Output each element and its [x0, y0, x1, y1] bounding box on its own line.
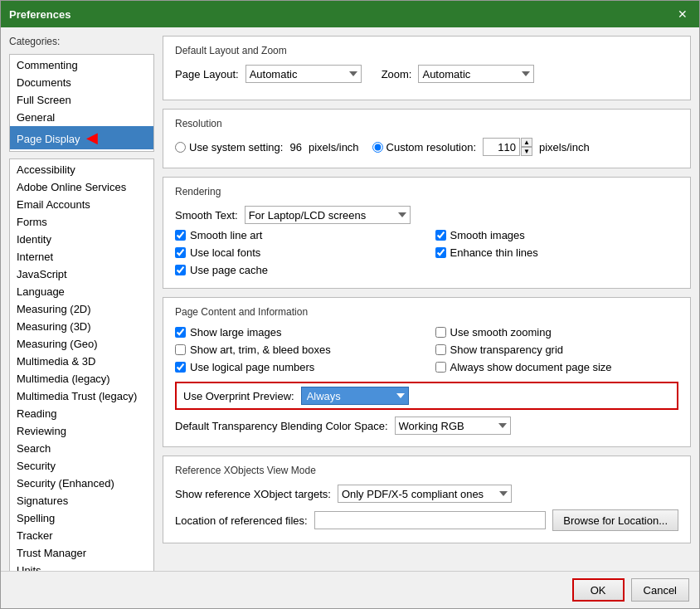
location-label: Location of referenced files: — [175, 514, 308, 527]
sidebar-item-general[interactable]: General — [10, 109, 153, 126]
sidebar-item-adobe-online[interactable]: Adobe Online Services — [10, 178, 153, 196]
close-button[interactable]: ✕ — [674, 6, 691, 22]
sidebar-item-reviewing[interactable]: Reviewing — [10, 422, 153, 440]
smooth-line-art-label: Smooth line art — [190, 229, 262, 241]
smooth-images-checkbox[interactable] — [435, 230, 446, 241]
sidebar-item-language[interactable]: Language — [10, 283, 153, 300]
show-art-trim-checkbox[interactable] — [175, 344, 186, 355]
smooth-text-label: Smooth Text: — [175, 209, 238, 222]
zoom-select[interactable]: Automatic 50% 100% — [418, 65, 534, 83]
page-layout-select[interactable]: Automatic Single Page Two-Up — [245, 65, 362, 83]
location-input[interactable] — [314, 511, 547, 529]
show-transparency-grid-item: Show transparency grid — [435, 343, 679, 356]
transparency-select[interactable]: Working RGB Working CMYK — [395, 417, 511, 435]
sidebar-item-signatures[interactable]: Signatures — [10, 492, 153, 509]
enhance-thin-lines-checkbox[interactable] — [435, 247, 446, 258]
spin-up-button[interactable]: ▲ — [521, 138, 532, 147]
sidebar-item-forms[interactable]: Forms — [10, 213, 153, 231]
sidebar-section-2: Accessibility Adobe Online Services Emai… — [9, 158, 154, 571]
page-layout-label: Page Layout: — [175, 68, 239, 80]
layout-zoom-title: Default Layout and Zoom — [175, 45, 678, 56]
use-logical-page-checkbox[interactable] — [175, 362, 186, 373]
sidebar-item-measuring-2d[interactable]: Measuring (2D) — [10, 300, 153, 318]
overprint-select[interactable]: Always Never Only for PDF/X — [301, 387, 409, 405]
show-large-images-item: Show large images — [175, 326, 419, 339]
sidebar-item-security[interactable]: Security — [10, 457, 153, 475]
sidebar-item-multimedia-trust[interactable]: Multimedia Trust (legacy) — [10, 387, 153, 405]
use-system-radio[interactable] — [175, 142, 186, 153]
show-ref-row: Show reference XObject targets: Only PDF… — [175, 485, 678, 503]
rendering-section: Rendering Smooth Text: For Laptop/LCD sc… — [163, 177, 691, 289]
custom-radio[interactable] — [372, 142, 383, 153]
sidebar-item-multimedia-legacy[interactable]: Multimedia (legacy) — [10, 370, 153, 387]
dialog-body: Categories: Commenting Documents Full Sc… — [1, 27, 699, 571]
custom-resolution-input[interactable] — [483, 138, 520, 156]
show-art-trim-label: Show art, trim, & bleed boxes — [190, 343, 331, 356]
sidebar-item-reading[interactable]: Reading — [10, 405, 153, 422]
sidebar-item-commenting[interactable]: Commenting — [10, 56, 153, 74]
smooth-text-select[interactable]: For Laptop/LCD screens None — [245, 206, 411, 224]
sidebar-item-measuring-3d[interactable]: Measuring (3D) — [10, 318, 153, 335]
preferences-dialog: Preferences ✕ Categories: Commenting Doc… — [0, 0, 700, 609]
use-logical-page-item: Use logical page numbers — [175, 361, 419, 373]
sidebar-item-security-enhanced[interactable]: Security (Enhanced) — [10, 475, 153, 492]
smooth-images-item: Smooth images — [435, 229, 679, 241]
show-large-images-checkbox[interactable] — [175, 327, 186, 338]
sidebar-item-accessibility[interactable]: Accessibility — [10, 161, 153, 178]
custom-value-wrap: ▲ ▼ — [483, 138, 532, 156]
sidebar-item-identity[interactable]: Identity — [10, 231, 153, 248]
smooth-line-art-checkbox[interactable] — [175, 230, 186, 241]
use-local-fonts-label: Use local fonts — [190, 246, 260, 259]
sidebar-item-full-screen[interactable]: Full Screen — [10, 91, 153, 109]
dialog-footer: OK Cancel — [1, 571, 699, 608]
always-show-doc-size-checkbox[interactable] — [435, 362, 446, 373]
spin-down-button[interactable]: ▼ — [521, 147, 532, 156]
pixels-inch2-label: pixels/inch — [539, 141, 590, 153]
use-system-radio-item: Use system setting: 96 pixels/inch — [175, 141, 359, 153]
cancel-button[interactable]: Cancel — [631, 578, 689, 602]
sidebar-item-tracker[interactable]: Tracker — [10, 527, 153, 544]
use-smooth-zooming-label: Use smooth zooming — [450, 326, 552, 339]
xobjects-section: Reference XObjects View Mode Show refere… — [163, 456, 691, 543]
sidebar-item-spelling[interactable]: Spelling — [10, 509, 153, 527]
sidebar-item-internet[interactable]: Internet — [10, 248, 153, 266]
show-ref-select[interactable]: Only PDF/X-5 compliant ones All None — [338, 485, 512, 503]
sidebar-item-javascript[interactable]: JavaScript — [10, 266, 153, 283]
use-page-cache-checkbox[interactable] — [175, 265, 186, 275]
show-transparency-grid-checkbox[interactable] — [435, 344, 446, 355]
sidebar-item-units[interactable]: Units — [10, 562, 153, 571]
rendering-checkboxes: Smooth line art Smooth images Use local … — [175, 229, 678, 276]
sidebar-item-email-accounts[interactable]: Email Accounts — [10, 196, 153, 213]
rendering-title: Rendering — [175, 186, 678, 197]
sidebar-item-trust-manager[interactable]: Trust Manager — [10, 544, 153, 562]
sidebar-item-measuring-geo[interactable]: Measuring (Geo) — [10, 335, 153, 353]
resolution-radio-group: Use system setting: 96 pixels/inch Custo… — [175, 138, 678, 156]
overprint-row: Use Overprint Preview: Always Never Only… — [175, 382, 678, 410]
system-value: 96 — [289, 141, 301, 153]
ok-button[interactable]: OK — [572, 578, 625, 602]
show-art-trim-item: Show art, trim, & bleed boxes — [175, 343, 419, 356]
sidebar-item-multimedia-3d[interactable]: Multimedia & 3D — [10, 353, 153, 370]
custom-resolution-label: Custom resolution: — [386, 141, 476, 153]
layout-zoom-row: Page Layout: Automatic Single Page Two-U… — [175, 65, 678, 83]
use-local-fonts-checkbox[interactable] — [175, 247, 186, 258]
spin-buttons: ▲ ▼ — [521, 138, 532, 156]
sidebar-item-page-display[interactable]: Page Display ◀ — [10, 126, 153, 149]
sidebar-section-1: Commenting Documents Full Screen General… — [9, 54, 154, 152]
location-row: Location of referenced files: Browse for… — [175, 509, 678, 531]
transparency-row: Default Transparency Blending Color Spac… — [175, 417, 678, 435]
categories-label: Categories: — [9, 36, 154, 47]
sidebar-item-search[interactable]: Search — [10, 440, 153, 457]
browse-for-location-button[interactable]: Browse for Location... — [552, 509, 678, 531]
sidebar: Categories: Commenting Documents Full Sc… — [9, 36, 154, 563]
use-page-cache-item: Use page cache — [175, 264, 419, 276]
enhance-thin-lines-label: Enhance thin lines — [450, 246, 538, 259]
sidebar-item-documents[interactable]: Documents — [10, 74, 153, 91]
use-smooth-zooming-checkbox[interactable] — [435, 327, 446, 338]
use-smooth-zooming-item: Use smooth zooming — [435, 326, 679, 339]
custom-value-spin: ▲ ▼ — [483, 138, 532, 156]
use-system-label: Use system setting: — [189, 141, 283, 153]
xobjects-title: Reference XObjects View Mode — [175, 465, 678, 476]
smooth-images-label: Smooth images — [450, 229, 525, 241]
pixels-inch-label: pixels/inch — [309, 141, 359, 153]
